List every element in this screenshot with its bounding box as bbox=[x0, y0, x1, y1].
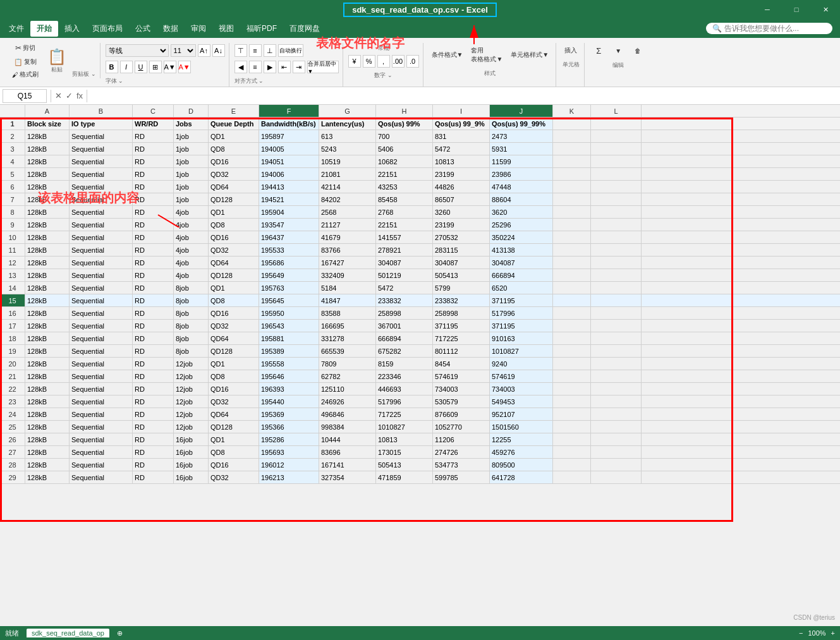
cell-c-12[interactable]: RD bbox=[133, 257, 174, 269]
cell-b-5[interactable]: Sequential bbox=[70, 168, 133, 180]
cell-i-23[interactable]: 530579 bbox=[433, 395, 490, 408]
cell-a-4[interactable]: 128kB bbox=[25, 155, 70, 167]
cell-d-14[interactable]: 8job bbox=[174, 282, 209, 294]
zoom-out-button[interactable]: − bbox=[799, 629, 803, 637]
cell-d-19[interactable]: 8job bbox=[174, 345, 209, 357]
cell-j-19[interactable]: 1010827 bbox=[490, 345, 553, 357]
cell-d-27[interactable]: 16job bbox=[174, 446, 209, 458]
table-row[interactable]: 5128kBSequentialRD1jobQD3219400621081221… bbox=[0, 168, 840, 181]
cell-i-15[interactable]: 233832 bbox=[433, 294, 490, 306]
sum-button[interactable]: Σ bbox=[590, 44, 607, 57]
cell-e-8[interactable]: QD1 bbox=[209, 206, 259, 218]
cell-k-3[interactable] bbox=[553, 143, 591, 155]
cell-f-23[interactable]: 195440 bbox=[259, 395, 319, 408]
cell-g-12[interactable]: 167427 bbox=[319, 257, 376, 269]
cell-g-3[interactable]: 5243 bbox=[319, 143, 376, 155]
cell-d-29[interactable]: 16job bbox=[174, 471, 209, 483]
formula-input[interactable] bbox=[91, 92, 837, 100]
cell-b-17[interactable]: Sequential bbox=[70, 320, 133, 332]
cell-i-29[interactable]: 599785 bbox=[433, 471, 490, 483]
cell-e-10[interactable]: QD16 bbox=[209, 231, 259, 243]
cell-k-19[interactable] bbox=[553, 345, 591, 357]
clear-button[interactable]: 🗑 bbox=[629, 45, 647, 56]
cell-f-3[interactable]: 194005 bbox=[259, 143, 319, 155]
table-row[interactable]: 14128kBSequentialRD8jobQD119576351845472… bbox=[0, 282, 840, 294]
table-row[interactable]: 3128kBSequentialRD1jobQD8194005524354065… bbox=[0, 143, 840, 155]
row-number[interactable]: 17 bbox=[0, 320, 25, 332]
cell-a-6[interactable]: 128kB bbox=[25, 181, 70, 193]
cell-g-7[interactable]: 84202 bbox=[319, 193, 376, 205]
cancel-formula-icon[interactable]: ✕ bbox=[55, 91, 62, 100]
cell-l-20[interactable] bbox=[591, 358, 642, 370]
row-number[interactable]: 11 bbox=[0, 244, 25, 256]
cell-i-21[interactable]: 574619 bbox=[433, 370, 490, 382]
cell-f-17[interactable]: 196543 bbox=[259, 320, 319, 332]
cell-i-9[interactable]: 23199 bbox=[433, 219, 490, 231]
cell-a-5[interactable]: 128kB bbox=[25, 168, 70, 180]
cell-d-10[interactable]: 4job bbox=[174, 231, 209, 243]
fill-color-button[interactable]: A▼ bbox=[164, 61, 176, 73]
tell-me-input[interactable] bbox=[724, 24, 825, 33]
cell-i-14[interactable]: 5799 bbox=[433, 282, 490, 294]
cell-d-28[interactable]: 16job bbox=[174, 459, 209, 471]
cell-e-6[interactable]: QD64 bbox=[209, 181, 259, 193]
cell-e-28[interactable]: QD16 bbox=[209, 459, 259, 471]
cell-j-7[interactable]: 88604 bbox=[490, 193, 553, 205]
cell-e-15[interactable]: QD8 bbox=[209, 294, 259, 306]
cell-f-19[interactable]: 195389 bbox=[259, 345, 319, 357]
row-number[interactable]: 10 bbox=[0, 231, 25, 243]
indent-dec-button[interactable]: ⇤ bbox=[278, 61, 291, 73]
cell-k-28[interactable] bbox=[553, 459, 591, 471]
cell-f-28[interactable]: 196012 bbox=[259, 459, 319, 471]
cell-c-13[interactable]: RD bbox=[133, 269, 174, 281]
table-row[interactable]: 4128kBSequentialRD1jobQD1619405110519106… bbox=[0, 155, 840, 168]
cell-j-21[interactable]: 574619 bbox=[490, 370, 553, 382]
cell-b-21[interactable]: Sequential bbox=[70, 370, 133, 382]
cell-k-26[interactable] bbox=[553, 433, 591, 445]
zoom-in-button[interactable]: + bbox=[831, 629, 835, 637]
cell-f-21[interactable]: 195646 bbox=[259, 370, 319, 382]
cell-i-24[interactable]: 876609 bbox=[433, 408, 490, 420]
cell-b-13[interactable]: Sequential bbox=[70, 269, 133, 281]
cell-h-23[interactable]: 517996 bbox=[376, 395, 433, 408]
cell-i-11[interactable]: 283115 bbox=[433, 244, 490, 256]
cell-f-2[interactable]: 195897 bbox=[259, 130, 319, 142]
cell-c-29[interactable]: RD bbox=[133, 471, 174, 483]
cell-j-8[interactable]: 3620 bbox=[490, 206, 553, 218]
cell-a-10[interactable]: 128kB bbox=[25, 231, 70, 243]
font-size-select[interactable]: 11 bbox=[171, 44, 196, 57]
cell-g-17[interactable]: 166695 bbox=[319, 320, 376, 332]
row-number[interactable]: 9 bbox=[0, 219, 25, 231]
cell-f-13[interactable]: 195649 bbox=[259, 269, 319, 281]
cell-c-8[interactable]: RD bbox=[133, 206, 174, 218]
cell-h-17[interactable]: 367001 bbox=[376, 320, 433, 332]
cell-j-29[interactable]: 641728 bbox=[490, 471, 553, 483]
cell-l-15[interactable] bbox=[591, 294, 642, 306]
cell-l-2[interactable] bbox=[591, 130, 642, 142]
cell-k-27[interactable] bbox=[553, 446, 591, 458]
cell-l-24[interactable] bbox=[591, 408, 642, 420]
cell-k-18[interactable] bbox=[553, 332, 591, 344]
cell-c-20[interactable]: RD bbox=[133, 358, 174, 370]
row-number[interactable]: 26 bbox=[0, 433, 25, 445]
align-bottom-button[interactable]: ⊥ bbox=[264, 44, 276, 57]
decimal-inc-button[interactable]: .00 bbox=[392, 55, 405, 68]
row-number[interactable]: 8 bbox=[0, 206, 25, 218]
cell-i-4[interactable]: 10813 bbox=[433, 155, 490, 167]
cell-a-9[interactable]: 128kB bbox=[25, 219, 70, 231]
cell-f-7[interactable]: 194521 bbox=[259, 193, 319, 205]
cell-d-18[interactable]: 8job bbox=[174, 332, 209, 344]
cell-c-2[interactable]: RD bbox=[133, 130, 174, 142]
cell-e-18[interactable]: QD64 bbox=[209, 332, 259, 344]
cell-k-12[interactable] bbox=[553, 257, 591, 269]
cell-e-14[interactable]: QD1 bbox=[209, 282, 259, 294]
cell-h-10[interactable]: 141557 bbox=[376, 231, 433, 243]
cell-l-18[interactable] bbox=[591, 332, 642, 344]
col-header-d[interactable]: D bbox=[174, 105, 209, 117]
row-number[interactable]: 12 bbox=[0, 257, 25, 269]
cell-b-27[interactable]: Sequential bbox=[70, 446, 133, 458]
cell-h-7[interactable]: 85458 bbox=[376, 193, 433, 205]
col-header-l[interactable]: L bbox=[591, 105, 642, 117]
cell-i-28[interactable]: 534773 bbox=[433, 459, 490, 471]
cell-a-29[interactable]: 128kB bbox=[25, 471, 70, 483]
